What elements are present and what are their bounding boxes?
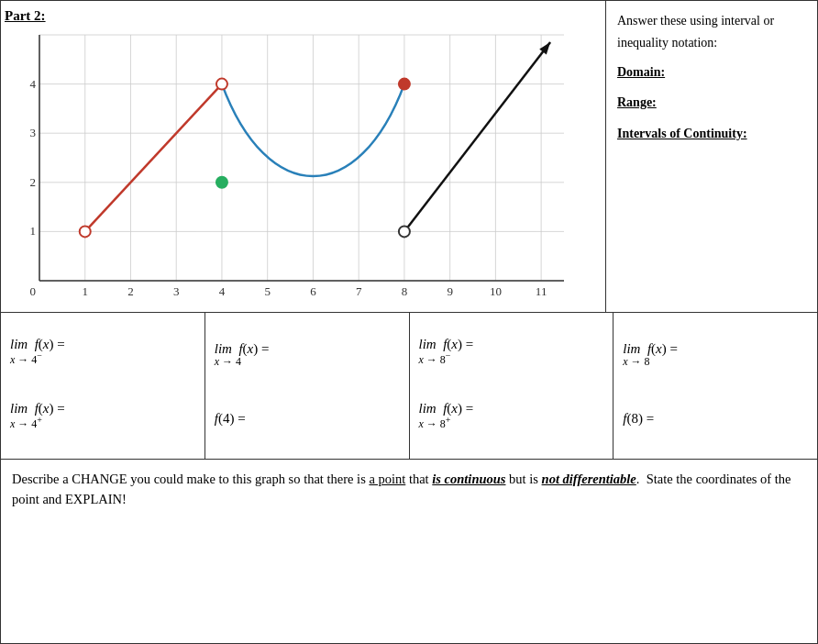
limit-sub-1b: x → 4+ [10, 415, 42, 431]
domain-label: Domain: [617, 65, 665, 79]
sidebar-intro: Answer these using interval or inequalit… [617, 10, 806, 54]
sidebar: Answer these using interval or inequalit… [606, 1, 817, 312]
limits-section: lim f(x) = x → 4− lim f(x) = x → 4+ lim … [1, 313, 817, 460]
bold-italic-differentiable: not differentiable [542, 472, 636, 486]
limit-cell-1: lim f(x) = x → 4− lim f(x) = x → 4+ [1, 313, 205, 459]
limit-sub-3a: x → 8− [419, 350, 451, 367]
limit-sub-4a: x → 8 [623, 355, 649, 369]
bottom-section: Describe a CHANGE you could make to this… [1, 460, 817, 643]
limit-cell-2: lim f(x) = x → 4 f(4) = [205, 313, 410, 459]
sidebar-continuity: Intervals of Continuity: [617, 123, 806, 145]
limit-expr-2b: f(4) = [215, 411, 400, 427]
part2-label: Part 2: [5, 8, 602, 24]
bold-italic-continuous: is continuous [432, 472, 505, 486]
limit-top-4b: f(8) = [623, 411, 654, 427]
underline-point: a point [369, 472, 405, 486]
limit-expr-3a: lim f(x) = x → 8− [419, 337, 604, 367]
limit-sub-2a: x → 4 [215, 355, 241, 369]
sidebar-range: Range: [617, 92, 806, 114]
limit-expr-4a: lim f(x) = x → 8 [623, 341, 808, 369]
limit-expr-1a: lim f(x) = x → 4− [10, 337, 195, 367]
continuity-label: Intervals of Continuity: [617, 127, 747, 140]
range-label: Range: [617, 95, 657, 109]
sidebar-domain: Domain: [617, 61, 806, 83]
limit-sub-3b: x → 8+ [419, 415, 451, 431]
limit-expr-2a: lim f(x) = x → 4 [215, 341, 400, 369]
limit-expr-1b: lim f(x) = x → 4+ [10, 401, 195, 431]
top-section: Part 2: Answer these using interval or i… [1, 1, 817, 313]
graph-area: Part 2: [1, 1, 606, 312]
limit-top-2b: f(4) = [215, 411, 246, 427]
limit-cell-4: lim f(x) = x → 8 f(8) = [614, 313, 817, 459]
outer-container: Part 2: Answer these using interval or i… [0, 0, 818, 644]
limit-sub-1a: x → 4− [10, 350, 42, 367]
graph-canvas [5, 26, 573, 308]
limit-expr-4b: f(8) = [623, 411, 808, 427]
limit-expr-3b: lim f(x) = x → 8+ [419, 401, 604, 431]
bottom-paragraph: Describe a CHANGE you could make to this… [12, 469, 806, 510]
limit-cell-3: lim f(x) = x → 8− lim f(x) = x → 8+ [410, 313, 614, 459]
